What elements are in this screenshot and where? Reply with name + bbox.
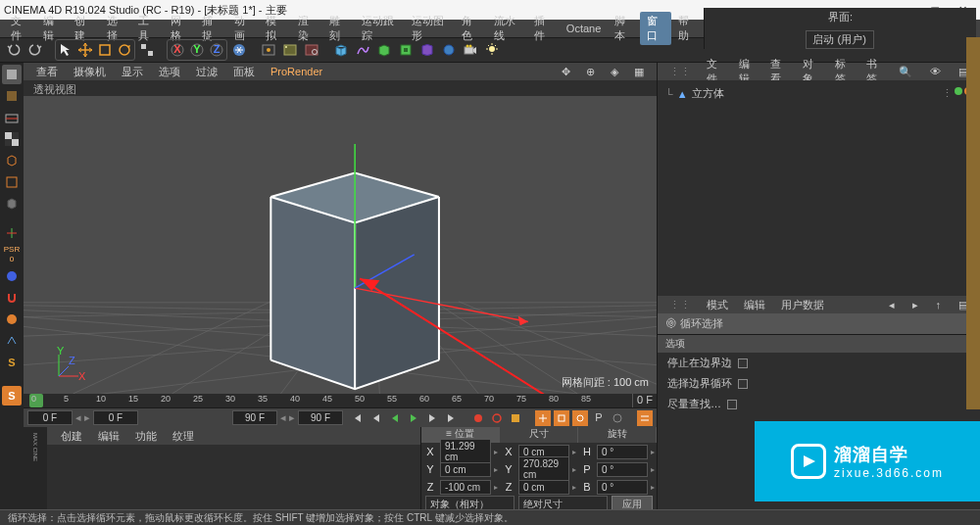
- coord-field[interactable]: -100 cm: [440, 480, 491, 495]
- coord-field[interactable]: 0 °: [597, 462, 648, 477]
- timeline-end-field[interactable]: 0 F: [632, 394, 657, 407]
- vp-layout-icon[interactable]: ▦: [627, 65, 651, 79]
- autokey-icon[interactable]: [489, 410, 505, 426]
- mat-3-icon[interactable]: MAX CINE: [32, 433, 38, 461]
- generator2-icon[interactable]: [396, 40, 416, 60]
- frame-end-field[interactable]: 90 F: [232, 410, 277, 425]
- key-pla-icon[interactable]: [610, 410, 625, 426]
- keysel-icon[interactable]: [508, 410, 523, 426]
- obj-eye-icon[interactable]: 👁: [922, 65, 949, 79]
- texture-mode-icon[interactable]: [2, 86, 22, 106]
- key-rot-icon[interactable]: [572, 410, 588, 426]
- menu-plugins[interactable]: 插件: [527, 12, 560, 45]
- live-select-icon[interactable]: [56, 40, 75, 60]
- vp-menu-filter[interactable]: 过滤: [189, 64, 224, 80]
- goto-end-icon[interactable]: [443, 410, 459, 426]
- light-icon[interactable]: [482, 40, 502, 60]
- play-back-icon[interactable]: [387, 410, 403, 426]
- attr-check-1[interactable]: [738, 379, 748, 389]
- attr-section-options[interactable]: 选项: [658, 335, 980, 353]
- attrtab-mode[interactable]: 模式: [699, 297, 736, 313]
- render-view-icon[interactable]: [259, 40, 278, 60]
- point-mode-icon[interactable]: [2, 151, 22, 170]
- tree-item-cube[interactable]: └ ▲ 立方体 ⋮: [662, 84, 976, 103]
- frame-range-end[interactable]: 90 F: [298, 410, 343, 425]
- menu-help[interactable]: 帮助: [671, 12, 704, 45]
- coord-system-icon[interactable]: [229, 40, 249, 60]
- objtab-grip[interactable]: ⋮⋮: [662, 65, 699, 79]
- coord-field[interactable]: 0 cm: [440, 462, 491, 477]
- rotate-icon[interactable]: [115, 40, 134, 60]
- s-orange-icon[interactable]: S: [2, 386, 22, 406]
- timeline-options-icon[interactable]: [637, 410, 653, 426]
- axis-x-icon[interactable]: X: [168, 40, 187, 60]
- coord-field[interactable]: 0 °: [597, 445, 648, 459]
- perspective-viewport[interactable]: YXZ 网格间距 : 100 cm: [24, 96, 657, 394]
- coord-tab-rot[interactable]: 旋转: [578, 427, 657, 443]
- sphere-tool-icon[interactable]: [2, 266, 22, 286]
- attrtab-grip[interactable]: ⋮⋮: [662, 298, 699, 312]
- environment-icon[interactable]: [439, 40, 459, 60]
- menu-octane[interactable]: Octane: [560, 21, 608, 36]
- mat-tab-edit[interactable]: 编辑: [90, 427, 127, 445]
- vp-menu-camera[interactable]: 摄像机: [67, 64, 113, 80]
- mat-tab-tex[interactable]: 纹理: [165, 427, 202, 445]
- object-tree[interactable]: └ ▲ 立方体 ⋮: [658, 80, 980, 296]
- visibility-editor-dot[interactable]: [955, 87, 962, 95]
- attrtab-userdata[interactable]: 用户数据: [773, 297, 832, 313]
- coord-field[interactable]: 0 °: [597, 480, 648, 495]
- render-pv-icon[interactable]: [280, 40, 300, 60]
- redo-icon[interactable]: [25, 40, 45, 60]
- last-tool-icon[interactable]: [137, 40, 157, 60]
- axis-y-icon[interactable]: Y: [187, 40, 207, 60]
- vp-menu-prorender[interactable]: ProRender: [264, 65, 329, 78]
- vp-zoom-icon[interactable]: ◈: [604, 65, 625, 79]
- brush-icon[interactable]: [2, 310, 22, 329]
- cube-primitive-icon[interactable]: [331, 40, 351, 60]
- poly-mode-icon[interactable]: [2, 194, 22, 214]
- snap-icon[interactable]: [2, 331, 22, 351]
- layout-combo[interactable]: 启动 (用户): [806, 30, 874, 49]
- timeline-ruler[interactable]: 0510152025303540455055606570758085 0 F: [24, 394, 657, 407]
- magnet-icon[interactable]: [2, 288, 22, 308]
- s-icon[interactable]: S: [2, 353, 22, 372]
- key-param-icon[interactable]: P: [591, 410, 607, 426]
- attr-check-2[interactable]: [727, 400, 737, 409]
- coord-field[interactable]: 0 cm: [518, 480, 569, 495]
- menu-script[interactable]: 脚本: [608, 12, 640, 45]
- prev-key-icon[interactable]: [368, 410, 384, 426]
- vp-menu-display[interactable]: 显示: [115, 64, 150, 80]
- generator-icon[interactable]: [374, 40, 394, 60]
- frame-start-field[interactable]: 0 F: [27, 410, 73, 425]
- mat-tab-create[interactable]: 创建: [53, 427, 90, 445]
- axis-z-icon[interactable]: Z: [207, 40, 226, 60]
- mat-tab-func[interactable]: 功能: [127, 427, 165, 445]
- next-key-icon[interactable]: [424, 410, 440, 426]
- frame-current-field[interactable]: 0 F: [93, 410, 138, 425]
- coord-tab-size[interactable]: 尺寸: [500, 427, 578, 443]
- workplane-icon[interactable]: [2, 108, 22, 127]
- coord-field[interactable]: 270.829 cm: [518, 456, 569, 482]
- vp-menu-panel[interactable]: 面板: [226, 64, 262, 80]
- record-icon[interactable]: [470, 410, 486, 426]
- attrtab-edit[interactable]: 编辑: [736, 297, 773, 313]
- menu-window[interactable]: 窗口: [640, 12, 672, 45]
- scale-icon[interactable]: [95, 40, 115, 60]
- axis-mode-icon[interactable]: [2, 223, 22, 243]
- camera-icon[interactable]: [461, 40, 480, 60]
- deformer-icon[interactable]: [417, 40, 437, 60]
- attr-check-0[interactable]: [738, 358, 748, 368]
- right-edge-bar[interactable]: [966, 37, 980, 409]
- vp-menu-options[interactable]: 选项: [152, 64, 187, 80]
- edge-mode-icon[interactable]: [2, 172, 22, 192]
- goto-start-icon[interactable]: [350, 410, 366, 426]
- vp-nav-icon[interactable]: ✥: [555, 65, 577, 79]
- move-icon[interactable]: [75, 40, 95, 60]
- spline-icon[interactable]: [353, 40, 372, 60]
- psr-reset-icon[interactable]: PSR0: [2, 245, 22, 264]
- undo-icon[interactable]: [4, 40, 24, 60]
- obj-search-icon[interactable]: 🔍: [891, 65, 920, 79]
- key-scale-icon[interactable]: [554, 410, 569, 426]
- play-fwd-icon[interactable]: [406, 410, 421, 426]
- render-settings-icon[interactable]: [302, 40, 321, 60]
